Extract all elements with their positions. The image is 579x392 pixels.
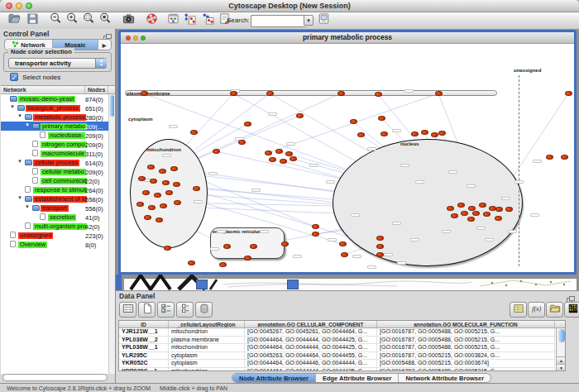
network-node[interactable] — [190, 130, 198, 135]
table-column-header[interactable]: annotation.GO CELLULAR_COMPONENT — [245, 321, 377, 327]
tree-row[interactable]: multi-organism pro42(0) — [1, 222, 115, 231]
tab-overflow-arrow[interactable]: ▶ — [98, 40, 110, 50]
help-button[interactable] — [144, 13, 159, 27]
expander-icon[interactable]: ▼ — [25, 204, 30, 209]
network-node[interactable] — [483, 212, 490, 217]
network-node[interactable] — [156, 218, 163, 222]
network-node[interactable] — [447, 206, 454, 211]
tree-row[interactable]: cell communicat22(0) — [1, 176, 115, 185]
network-node[interactable] — [337, 91, 345, 96]
tree-row[interactable]: secretion41(0) — [1, 213, 115, 222]
network-node[interactable] — [479, 203, 486, 208]
close-button[interactable] — [6, 2, 12, 9]
scroll-down-arrow[interactable]: ▼ — [557, 364, 566, 371]
network-node[interactable] — [438, 131, 446, 136]
network-node[interactable] — [565, 91, 572, 96]
tree-column-network[interactable]: Network — [1, 86, 85, 93]
network-node[interactable] — [141, 91, 148, 96]
network-node[interactable] — [341, 252, 348, 257]
table-column-header[interactable]: _cellularLayoutRegion — [169, 321, 245, 327]
tree-row[interactable]: ▼primary metabo209(... — [1, 122, 115, 131]
select-attributes-button[interactable] — [157, 302, 175, 318]
network-node[interactable] — [238, 140, 246, 145]
combobox-stepper-icon[interactable]: ▲▼ — [95, 59, 107, 68]
network-node[interactable] — [244, 256, 251, 261]
frame-zoom-button[interactable] — [141, 36, 146, 41]
table-scrollbar-thumb[interactable] — [558, 329, 565, 342]
network-canvas[interactable]: plasma membrane cytoplasm mitochondrion … — [121, 44, 574, 272]
network-node[interactable] — [376, 236, 384, 241]
table-column-header[interactable]: ID — [119, 321, 169, 327]
network-node[interactable] — [165, 190, 173, 195]
search-advanced-button[interactable] — [316, 13, 331, 27]
expander-icon[interactable]: ▼ — [17, 159, 22, 164]
tab-node-attribute-browser[interactable]: Node Attribute Browser — [232, 374, 316, 382]
expander-icon[interactable]: ▼ — [10, 104, 15, 109]
network-node[interactable] — [159, 169, 166, 174]
float-panel-icon[interactable] — [103, 30, 112, 38]
tab-edge-attribute-browser[interactable]: Edge Attribute Browser — [316, 374, 399, 382]
expander-icon[interactable]: ▼ — [17, 113, 22, 118]
network-node[interactable] — [290, 156, 297, 161]
zoom-out-button[interactable] — [48, 13, 63, 27]
network-node[interactable] — [357, 132, 365, 137]
network-node[interactable] — [170, 166, 178, 171]
network-node[interactable] — [312, 232, 319, 237]
tree-scrollbar[interactable] — [108, 94, 115, 374]
network-node[interactable] — [265, 151, 272, 155]
matrix-view-button[interactable] — [564, 302, 579, 318]
save-button[interactable] — [25, 13, 40, 27]
zoom-window-button[interactable] — [26, 2, 32, 9]
network-node[interactable] — [421, 130, 428, 135]
table-row[interactable]: YDR039C__1mitochondrion[GO:0044464, GO:0… — [119, 368, 555, 371]
network-node[interactable] — [378, 116, 385, 121]
tree-row[interactable]: Overview8(0) — [1, 240, 115, 249]
network-node[interactable] — [375, 92, 382, 97]
tree-scrollbar-thumb[interactable] — [110, 95, 114, 117]
tree-row[interactable]: mosaic-demo-yeast874(0) — [1, 94, 115, 103]
tree-row[interactable]: nucleobase-209(0) — [1, 131, 115, 140]
tree-row[interactable]: macromolecule311(0) — [1, 149, 115, 158]
network-node[interactable] — [164, 246, 171, 251]
scroll-up-arrow[interactable]: ▲ — [557, 356, 566, 364]
network-node[interactable] — [431, 132, 438, 137]
network-node[interactable] — [376, 252, 384, 257]
network-node[interactable] — [193, 186, 200, 191]
layout-edges-button[interactable] — [200, 13, 215, 27]
network-node[interactable] — [380, 131, 388, 136]
search-input[interactable] — [251, 15, 306, 27]
frame-minimize-button[interactable] — [133, 36, 138, 41]
network-node[interactable] — [280, 159, 287, 164]
tree-row[interactable]: nitrogen compo209(0) — [1, 140, 115, 149]
table-scrollbar[interactable]: ▲ ▼ — [556, 328, 566, 371]
network-node[interactable] — [244, 122, 251, 127]
zoom-selected-button[interactable] — [81, 13, 96, 27]
tree-row[interactable]: ▼transport558(0) — [1, 203, 115, 213]
network-node[interactable] — [144, 215, 151, 220]
network-node[interactable] — [266, 91, 274, 96]
network-node[interactable] — [435, 91, 443, 96]
unselect-attributes-button[interactable] — [176, 302, 194, 318]
table-column-header[interactable]: annotation.GO MOLECULAR_FUNCTION — [377, 321, 555, 327]
delete-attribute-button[interactable] — [195, 302, 213, 318]
network-node[interactable] — [467, 217, 475, 222]
network-node[interactable] — [150, 179, 157, 184]
network-node[interactable] — [269, 157, 276, 162]
table-row[interactable]: YKR052Ccytoplasm[GO:0044464, GO:0044446,… — [119, 360, 555, 368]
network-node[interactable] — [285, 151, 293, 156]
network-node[interactable] — [546, 155, 553, 160]
create-attribute-button[interactable] — [138, 302, 156, 318]
network-node[interactable] — [142, 190, 150, 195]
network-node[interactable] — [148, 205, 156, 210]
background-window-titlebar[interactable] — [287, 280, 299, 289]
network-node[interactable] — [154, 193, 161, 198]
table-row[interactable]: YLR295Ccytoplasm[GO:0045263, GO:0044464,… — [119, 352, 555, 361]
network-node[interactable] — [505, 207, 513, 212]
search-dropdown-arrow[interactable]: ▼ — [304, 15, 313, 26]
network-node[interactable] — [281, 241, 289, 246]
network-node[interactable] — [219, 262, 227, 267]
network-node[interactable] — [339, 241, 347, 246]
network-node[interactable] — [461, 211, 468, 216]
network-node[interactable] — [188, 261, 195, 265]
zoom-in-button[interactable] — [65, 13, 79, 27]
